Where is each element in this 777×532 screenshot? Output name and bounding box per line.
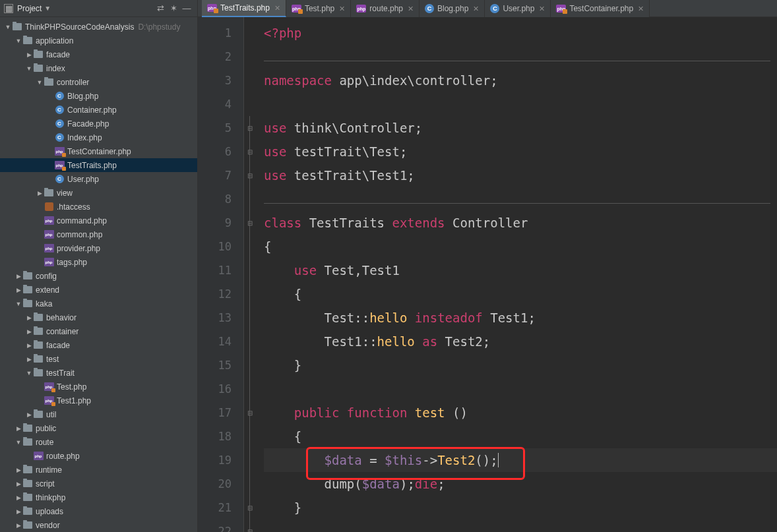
php-class-icon: php	[292, 5, 301, 13]
tree-item[interactable]: ▶facade	[0, 338, 197, 352]
line-number: 12	[198, 282, 243, 306]
line-number: 18	[198, 425, 243, 448]
tree-item[interactable]: ▶public	[0, 421, 197, 435]
dcolon: ::	[362, 334, 377, 349]
folder-icon	[22, 521, 33, 529]
editor-tab[interactable]: phproute.php✕	[351, 0, 420, 17]
sliders-icon[interactable]: ⇄	[154, 3, 167, 13]
tree-arrow-icon: ▶	[25, 328, 33, 335]
tree-item[interactable]: .htaccess	[0, 200, 197, 214]
fold-toggle-icon	[244, 258, 256, 282]
editor-tab[interactable]: phpTest.php✕	[286, 0, 351, 17]
tree-item[interactable]: CUser.php	[0, 172, 197, 186]
tree-item[interactable]: ▶util	[0, 407, 197, 421]
fold-toggle-icon[interactable]: ⊟	[244, 401, 256, 425]
tree-item[interactable]: ▼testTrait	[0, 366, 197, 380]
dcolon: ::	[354, 310, 369, 325]
close-icon[interactable]: ✕	[274, 4, 280, 13]
line-number: 10	[198, 235, 243, 258]
tree-item-label: provider.php	[57, 244, 100, 253]
tree-arrow-icon: ▼	[25, 370, 33, 376]
code-editor[interactable]: 12345678910111213141516171819202122 ⊟⊟⊟⊟…	[198, 17, 777, 532]
tree-item-label: User.php	[67, 175, 99, 184]
tree-item[interactable]: phpTestContainer.php	[0, 144, 197, 158]
ns-name: app\index\controller;	[332, 73, 498, 88]
tree-item[interactable]: ▼ThinkPHPSourceCodeAnalysisD:\phpstudy	[0, 20, 197, 34]
tree-item-label: tags.php	[57, 258, 87, 267]
tree-item[interactable]: CContainer.php	[0, 103, 197, 117]
fold-toggle-icon[interactable]: ⊟	[244, 211, 256, 235]
tree-item[interactable]: ▶behavior	[0, 310, 197, 324]
code-area[interactable]: <?php namespace app\index\controller; us…	[256, 17, 777, 532]
tree-item[interactable]: phproute.php	[0, 449, 197, 463]
tree-item[interactable]: ▶container	[0, 324, 197, 338]
tree-item[interactable]: phpTestTraits.php	[0, 158, 197, 172]
tree-item[interactable]: ▶config	[0, 269, 197, 283]
tree-item[interactable]: CBlog.php	[0, 89, 197, 103]
project-tree[interactable]: ▼ThinkPHPSourceCodeAnalysisD:\phpstudy▼a…	[0, 17, 198, 532]
tree-item[interactable]: ▼kaka	[0, 297, 197, 310]
tree-item[interactable]: ▼route	[0, 435, 197, 449]
close-icon[interactable]: ✕	[408, 5, 414, 13]
editor-tab[interactable]: phpTestTraits.php✕	[202, 0, 286, 17]
fold-toggle-icon[interactable]: ⊟	[244, 519, 256, 532]
folder-icon	[22, 300, 33, 307]
tree-arrow-icon: ▶	[25, 342, 33, 349]
tab-label: Blog.php	[437, 4, 468, 13]
editor-tab[interactable]: CBlog.php✕	[420, 0, 485, 17]
tree-arrow-icon: ▶	[36, 190, 44, 196]
line-number: 6	[198, 140, 243, 163]
tree-item[interactable]: phpcommon.php	[0, 227, 197, 241]
tree-item[interactable]: ▶script	[0, 477, 197, 490]
project-tool-header[interactable]: ▦ Project ▼ ⇄ ✶ —	[0, 0, 198, 17]
close-icon[interactable]: ✕	[638, 5, 644, 13]
tree-item-label: test	[46, 355, 59, 364]
tree-item-label: vendor	[36, 521, 60, 530]
tree-arrow-icon: ▼	[4, 24, 12, 30]
tree-item[interactable]: ▶test	[0, 352, 197, 366]
tree-item[interactable]: ▶facade	[0, 47, 197, 61]
minimize-icon[interactable]: —	[180, 3, 193, 13]
tree-item[interactable]: phpcommand.php	[0, 214, 197, 227]
tree-item[interactable]: ▶thinkphp	[0, 490, 197, 504]
tree-item[interactable]: ▶view	[0, 186, 197, 200]
class-file-icon: C	[54, 175, 65, 183]
fold-toggle-icon[interactable]: ⊟	[244, 116, 256, 140]
tree-item[interactable]: ▶runtime	[0, 463, 197, 477]
fold-toggle-icon[interactable]: ⊟	[244, 496, 256, 519]
tree-item[interactable]: phpTest1.php	[0, 394, 197, 407]
folder-icon	[22, 466, 33, 473]
gear-icon[interactable]: ✶	[167, 3, 180, 13]
close-icon[interactable]: ✕	[539, 5, 545, 13]
tree-item-label: common.php	[57, 230, 102, 239]
tree-item[interactable]: phptags.php	[0, 255, 197, 269]
tree-item[interactable]: phpprovider.php	[0, 241, 197, 255]
fn-name: test	[415, 405, 452, 420]
tree-item-label: index	[46, 64, 65, 73]
fold-toggle-icon[interactable]: ⊟	[244, 140, 256, 163]
tree-item[interactable]: phpTest.php	[0, 380, 197, 394]
class-icon: C	[425, 4, 434, 13]
tree-arrow-icon: ▶	[15, 508, 22, 515]
tree-item[interactable]: ▼application	[0, 34, 197, 47]
tree-item[interactable]: ▶uploads	[0, 504, 197, 518]
editor-tab[interactable]: phpTestContainer.php✕	[551, 0, 650, 17]
line-number: 4	[198, 92, 243, 116]
kw-function: function	[339, 405, 414, 420]
close-icon[interactable]: ✕	[339, 5, 345, 13]
tree-item[interactable]: ▶extend	[0, 283, 197, 297]
editor-tab[interactable]: CUser.php✕	[485, 0, 551, 17]
php-class-icon: php	[207, 4, 217, 12]
tree-item[interactable]: CFacade.php	[0, 117, 197, 131]
close-icon[interactable]: ✕	[473, 5, 479, 13]
tree-arrow-icon: ▼	[36, 79, 44, 86]
folder-icon	[12, 23, 22, 30]
tree-item[interactable]: ▶vendor	[0, 518, 197, 532]
php-class-file-icon: php	[44, 396, 54, 405]
tree-item[interactable]: CIndex.php	[0, 131, 197, 144]
fold-toggle-icon[interactable]: ⊟	[244, 163, 256, 187]
tree-item[interactable]: ▼controller	[0, 75, 197, 89]
tree-item-label: runtime	[36, 465, 62, 475]
tree-item[interactable]: ▼index	[0, 61, 197, 75]
var: $data	[325, 453, 362, 467]
